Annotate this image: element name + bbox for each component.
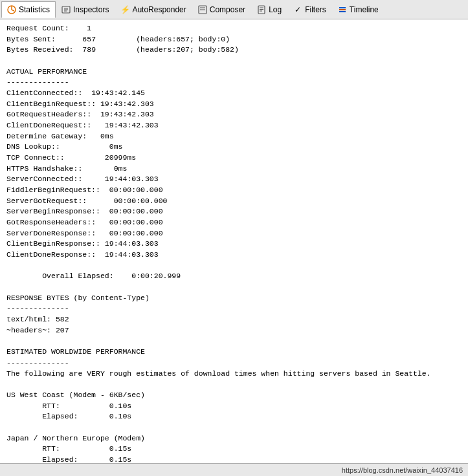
tab-statistics-label: Statistics (19, 5, 50, 14)
server-begin-response-val: 00:00:00.000 (109, 207, 163, 215)
client-done-request-label: ClientDoneRequest: (6, 121, 87, 129)
us-west-modem-elapsed-label: Elapsed: (42, 412, 78, 420)
got-response-headers-label: GotResponseHeaders: (6, 218, 91, 226)
https-handshake-val: 0ms (114, 164, 128, 173)
got-response-headers-val: 00:00:00.000 (109, 218, 163, 226)
server-begin-response-label: ServerBeginResponse: (6, 207, 96, 215)
bolt-icon: ⚡ (120, 5, 129, 14)
client-done-response-label: ClientDoneResponse: (6, 250, 91, 259)
request-count-label: Request Count: (6, 24, 69, 32)
bytes-sent-detail: (headers:657; body:0) (136, 35, 230, 43)
client-done-response-val: 19:44:03.303 (105, 250, 159, 259)
https-handshake-label: HTTPS Handshake: (6, 164, 78, 173)
fiddler-begin-request-val: 00:00:00.000 (109, 186, 163, 194)
bytes-received-detail: (headers:207; body:582) (136, 45, 239, 54)
fiddler-begin-request-label: FiddlerBeginRequest: (6, 186, 96, 194)
client-begin-request-label: ClientBeginRequest: (6, 100, 91, 108)
tab-filters-label: Filters (305, 5, 326, 14)
response-bytes-header: RESPONSE BYTES (by Content-Type) (6, 294, 150, 302)
client-begin-request-val: 19:43:42.303 (100, 100, 154, 108)
overall-elapsed-label: Overall Elapsed: (42, 272, 113, 280)
client-connected-val: 19:43:42.145 (91, 89, 145, 97)
server-connected-val: 19:44:03.303 (105, 175, 159, 183)
estimated-desc: The following are VERY rough estimates o… (6, 369, 431, 378)
overall-elapsed-val: 0:00:20.999 (131, 272, 181, 280)
got-request-headers-val: 19:43:42.303 (100, 110, 154, 118)
japan-modem-label: Japan / Northern Europe (Modem) (6, 434, 145, 442)
log-icon (257, 5, 266, 14)
tcp-connect-label: TCP Connect: (6, 153, 60, 162)
server-got-request-label: ServerGotRequest: (6, 197, 82, 205)
tab-timeline[interactable]: Timeline (332, 1, 384, 18)
bytes-received-label: Bytes Received: (6, 45, 74, 54)
text-html-label: text/html: (6, 315, 51, 323)
determine-gateway-label: Determine Gateway: (6, 132, 87, 140)
content-area: Request Count: 1 Bytes Sent: 657 (header… (0, 19, 468, 476)
tab-inspectors-label: Inspectors (73, 5, 109, 14)
tab-timeline-label: Timeline (350, 5, 379, 14)
compose-icon (198, 5, 207, 14)
us-west-modem-rtt-label: RTT: (42, 402, 60, 410)
tab-autoresponder[interactable]: ⚡ AutoResponder (115, 1, 192, 18)
tab-log-label: Log (269, 5, 282, 14)
client-begin-response-label: ClientBeginResponse: (6, 239, 96, 248)
us-west-modem-elapsed-val: 0.10s (109, 412, 132, 420)
server-got-request-val: 00:00:00.000 (114, 197, 168, 205)
tab-bar: Statistics Inspectors ⚡ AutoResponder Co… (0, 0, 468, 19)
tab-composer[interactable]: Composer (192, 1, 251, 18)
timeline-icon (338, 5, 347, 14)
japan-modem-elapsed-label: Elapsed: (42, 455, 78, 464)
dns-lookup-label: DNS Lookup: (6, 142, 56, 151)
tab-filters[interactable]: ✓ Filters (287, 1, 332, 18)
request-count-value: 1 (87, 24, 91, 32)
client-begin-response-val: 19:44:03.303 (105, 239, 159, 248)
headers-val: 207 (56, 326, 69, 334)
client-done-request-val: 19:43:42.303 (105, 121, 159, 129)
filter-icon: ✓ (293, 5, 302, 14)
status-bar-text: https://blog.csdn.net/waixin_44037416 (342, 466, 463, 474)
server-done-response-label: ServerDoneResponse: (6, 229, 91, 237)
bytes-sent-value: 657 (82, 35, 96, 43)
bytes-received-value: 789 (82, 45, 96, 54)
us-west-modem-rtt-val: 0.10s (109, 402, 132, 410)
determine-gateway-val: 0ms (100, 132, 114, 140)
tab-inspectors[interactable]: Inspectors (56, 1, 115, 18)
bytes-sent-label: Bytes Sent: (6, 35, 56, 43)
japan-modem-rtt-label: RTT: (42, 444, 60, 453)
status-bar: https://blog.csdn.net/waixin_44037416 (0, 463, 468, 476)
japan-modem-elapsed-val: 0.15s (109, 455, 132, 464)
tcp-connect-val: 20999ms (105, 153, 136, 162)
tab-autoresponder-label: AutoResponder (132, 5, 186, 14)
tab-composer-label: Composer (210, 5, 245, 14)
us-west-modem-label: US West Coast (Modem - 6KB/sec) (6, 391, 145, 399)
headers-label: ~headers~: (6, 326, 51, 334)
dns-lookup-val: 0ms (109, 142, 123, 151)
got-request-headers-label: GotRequestHeaders: (6, 110, 87, 118)
server-connected-label: ServerConnected: (6, 175, 78, 183)
inspect-icon (61, 5, 71, 14)
tab-log[interactable]: Log (251, 1, 287, 18)
chart-icon (7, 5, 16, 14)
actual-perf-header: ACTUAL PERFORMANCE (6, 67, 87, 76)
client-connected-label: ClientConnected: (6, 89, 78, 97)
svg-line-2 (12, 10, 14, 11)
server-done-response-val: 00:00:00.000 (109, 229, 163, 237)
estimated-header: ESTIMATED WORLDWIDE PERFORMANCE (6, 347, 145, 356)
statistics-content: Request Count: 1 Bytes Sent: 657 (header… (6, 23, 462, 476)
tab-statistics[interactable]: Statistics (1, 1, 56, 18)
text-html-val: 582 (56, 315, 69, 323)
japan-modem-rtt-val: 0.15s (109, 444, 132, 453)
